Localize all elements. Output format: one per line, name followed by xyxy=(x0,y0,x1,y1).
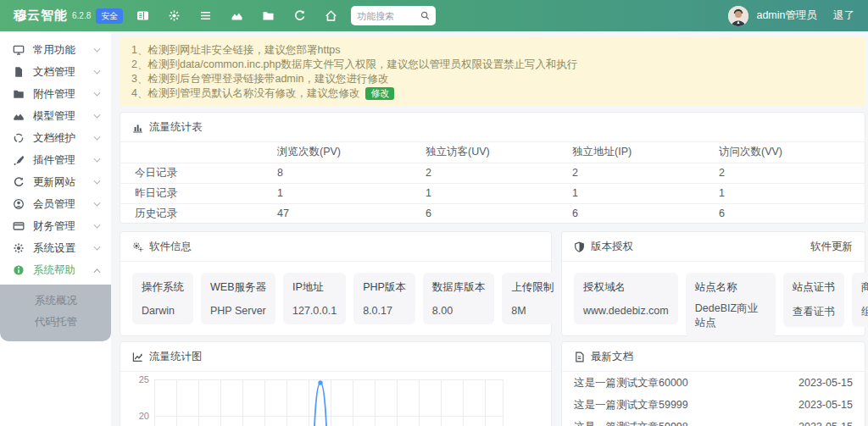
column-header: 访问次数(VV) xyxy=(704,142,865,163)
avatar-image xyxy=(728,6,748,26)
panel-title: 流量统计图 xyxy=(149,350,203,364)
doc-title-link[interactable]: 这是一篇测试文章59998 xyxy=(574,420,798,426)
cell-value: 1 xyxy=(263,183,411,203)
doc-title-link[interactable]: 这是一篇测试文章60000 xyxy=(574,376,798,390)
safe-badge: 安全 xyxy=(96,8,123,24)
card-label: 授权域名 xyxy=(583,280,669,295)
sidebar-item-model-management[interactable]: 模型管理 xyxy=(0,105,111,127)
panel-header: 流量统计图 xyxy=(120,342,551,372)
sidebar-item-label: 文档管理 xyxy=(33,65,75,80)
top-navbar: 穆云智能 6.2.8 安全 admin管理员 退了 xyxy=(0,0,868,31)
card-value: 127.0.0.1 xyxy=(292,305,337,317)
sidebar-item-system-help[interactable]: 系统帮助 xyxy=(0,259,111,281)
search-icon[interactable] xyxy=(420,11,430,20)
view-certificate-link[interactable]: 查看证书 xyxy=(793,305,835,319)
list-item: 这是一篇测试文章60000 2023-05-15 xyxy=(562,372,865,394)
avatar[interactable] xyxy=(728,6,748,26)
chevron-down-icon xyxy=(94,68,101,75)
license-cards: 授权域名www.dedebiz.com 站点名称DedeBIZ商业站点 站点证书… xyxy=(562,262,865,349)
menu-icon[interactable] xyxy=(199,9,212,22)
sidebar-item-finance-management[interactable]: 财务管理 xyxy=(0,215,111,237)
document-icon xyxy=(574,351,585,362)
software-update-link[interactable]: 软件更新 xyxy=(810,240,853,254)
panel-title: 最新文档 xyxy=(591,350,633,364)
sidebar-item-document-maintenance[interactable]: 文档维护 xyxy=(0,127,111,149)
fix-button[interactable]: 修改 xyxy=(365,87,394,100)
area-chart-icon[interactable] xyxy=(231,9,243,22)
software-info-cards: 操作系统Darwin WEB服务器PHP Server IP地址127.0.0.… xyxy=(120,262,551,335)
layout-icon[interactable] xyxy=(136,9,149,22)
panel-title: 软件信息 xyxy=(149,240,192,254)
info-card-os: 操作系统Darwin xyxy=(132,273,193,324)
info-card-php-version: PHP版本8.0.17 xyxy=(353,273,415,324)
component-status-link[interactable]: 组件状态 xyxy=(861,305,868,319)
row-label: 今日记录 xyxy=(120,163,263,183)
panel-title: 流量统计表 xyxy=(149,120,203,135)
y-axis-tick: 20 xyxy=(132,411,149,421)
sidebar-item-label: 更新网站 xyxy=(33,175,75,190)
info-card-upload-limit: 上传限制8M xyxy=(502,273,563,324)
card-label: 站点名称 xyxy=(695,280,766,295)
sidebar-item-plugin-management[interactable]: 插件管理 xyxy=(0,149,111,171)
sidebar-item-system-settings[interactable]: 系统设置 xyxy=(0,237,111,259)
document-icon xyxy=(13,66,25,78)
info-card-ip: IP地址127.0.0.1 xyxy=(283,273,346,324)
column-header: 浏览次数(PV) xyxy=(263,142,411,163)
card-label: 站点证书 xyxy=(793,280,835,295)
cell-value: 6 xyxy=(704,203,865,224)
doc-date: 2023-05-15 xyxy=(798,399,853,411)
card-value: 8.0.17 xyxy=(363,305,406,317)
logout-button[interactable]: 退了 xyxy=(833,8,854,23)
software-info-panel: 软件信息 操作系统Darwin WEB服务器PHP Server IP地址127… xyxy=(120,231,552,336)
cell-value: 2 xyxy=(558,163,704,183)
card-label: 数据库版本 xyxy=(432,280,486,295)
line-chart-icon xyxy=(132,351,143,362)
gears-icon xyxy=(132,241,143,252)
y-axis-tick: 25 xyxy=(132,374,149,385)
chevron-down-icon xyxy=(94,200,101,207)
table-header-row: 浏览次数(PV) 独立访客(UV) 独立地址(IP) 访问次数(VV) xyxy=(120,142,865,163)
folder-icon[interactable] xyxy=(262,9,275,22)
sidebar-item-label: 财务管理 xyxy=(33,219,75,234)
license-card-site-name: 站点名称DedeBIZ商业站点 xyxy=(686,273,776,338)
sidebar-item-label: 常用功能 xyxy=(33,43,75,58)
license-card-certificate: 站点证书查看证书 xyxy=(783,273,844,327)
doc-title-link[interactable]: 这是一篇测试文章59999 xyxy=(574,398,798,412)
sidebar-item-attachment-management[interactable]: 附件管理 xyxy=(0,83,111,105)
chevron-down-icon xyxy=(94,244,101,251)
chevron-down-icon xyxy=(94,156,101,163)
warning-text: 4、检测到管理员默认名称没有修改，建议您修改 xyxy=(131,86,359,101)
traffic-chart-panel: 流量统计图 25 20 xyxy=(120,341,552,426)
sidebar-item-member-management[interactable]: 会员管理 xyxy=(0,193,111,215)
sidebar-item-update-site[interactable]: 更新网站 xyxy=(0,171,111,193)
doc-date: 2023-05-15 xyxy=(798,377,853,389)
gear-icon[interactable] xyxy=(168,9,181,22)
list-item: 这是一篇测试文章59998 2023-05-15 xyxy=(562,416,865,426)
bar-chart-icon xyxy=(132,122,143,133)
info-card-db-version: 数据库版本8.00 xyxy=(423,273,495,324)
shield-icon xyxy=(574,241,585,252)
traffic-table: 浏览次数(PV) 独立访客(UV) 独立地址(IP) 访问次数(VV) 今日记录… xyxy=(120,142,865,224)
cell-value: 1 xyxy=(704,183,865,203)
sidebar-submenu: 系统概况 代码托管 xyxy=(0,285,111,341)
home-icon[interactable] xyxy=(325,9,337,22)
sidebar-item-label: 系统帮助 xyxy=(33,263,75,278)
brand-logo: 穆云智能 xyxy=(14,8,68,24)
submenu-item-system-overview[interactable]: 系统概况 xyxy=(0,290,111,312)
warning-line: 4、检测到管理员默认名称没有修改，建议您修改 修改 xyxy=(131,86,854,101)
search-input[interactable] xyxy=(357,11,418,21)
table-row: 昨日记录 1 1 1 1 xyxy=(120,183,865,203)
data-point-marker xyxy=(318,380,322,385)
cell-value: 2 xyxy=(704,163,865,183)
sidebar: 常用功能 文档管理 附件管理 模型管理 文档维护 插件管理 更新网站 会员管理 … xyxy=(0,31,111,426)
cell-value: 1 xyxy=(558,183,704,203)
sidebar-item-document-management[interactable]: 文档管理 xyxy=(0,61,111,83)
sidebar-item-common-functions[interactable]: 常用功能 xyxy=(0,39,111,61)
card-label: WEB服务器 xyxy=(210,280,266,295)
column-header: 独立访客(UV) xyxy=(411,142,558,163)
submenu-item-code-hosting[interactable]: 代码托管 xyxy=(0,312,111,333)
security-warning-box: 1、检测到网址非安全链接，建议您部署https 2、检测到data/common… xyxy=(120,37,865,107)
refresh-icon[interactable] xyxy=(293,9,306,22)
panel-header: 最新文档 xyxy=(562,342,865,372)
navbar-user-area: admin管理员 退了 xyxy=(728,6,854,26)
